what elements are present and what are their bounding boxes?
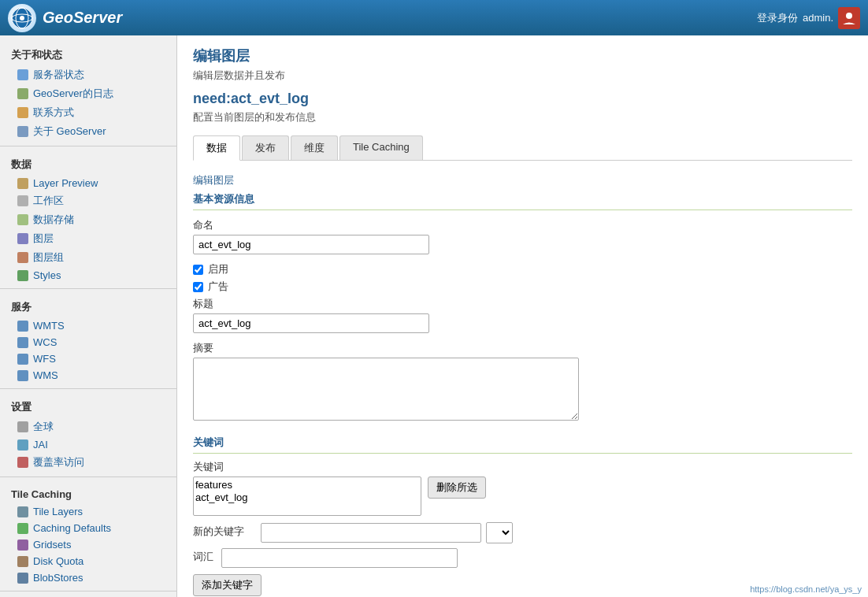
- username: admin.: [803, 12, 833, 24]
- vocab-input[interactable]: [221, 548, 458, 568]
- sidebar-divider: [0, 591, 176, 591]
- sidebar-divider: [0, 288, 176, 289]
- styles-icon: [17, 270, 28, 281]
- bottom-url: https://blog.csdn.net/ya_ys_y: [750, 584, 862, 594]
- layer-desc: 配置当前图层的和发布信息: [193, 110, 852, 124]
- sidebar-item-blobstores[interactable]: BlobStores: [0, 569, 176, 586]
- disk-quota-icon: [17, 556, 28, 567]
- blobstores-icon: [17, 573, 28, 584]
- sidebar-item-wcs[interactable]: WCS: [0, 334, 176, 350]
- svg-point-3: [20, 16, 24, 20]
- name-label: 命名: [193, 218, 852, 232]
- sidebar-divider: [0, 476, 176, 477]
- title-input[interactable]: [193, 313, 429, 333]
- wmts-icon: [17, 321, 28, 332]
- advert-row: 广告: [193, 280, 852, 294]
- sidebar-item-layer-preview[interactable]: Layer Preview: [0, 175, 176, 191]
- sidebar-item-wmts[interactable]: WMTS: [0, 317, 176, 334]
- sidebar-item-server-status[interactable]: 服务器状态: [0, 65, 176, 84]
- new-keyword-row: 新的关键字: [193, 522, 852, 543]
- tab-dimensions[interactable]: 维度: [291, 135, 338, 160]
- sidebar-item-about[interactable]: 关于 GeoServer: [0, 122, 176, 141]
- logo-area: GeoServer: [8, 4, 122, 32]
- sidebar-item-label-disk-quota: Disk Quota: [33, 555, 83, 567]
- sidebar-item-label-tile-layers: Tile Layers: [33, 506, 83, 517]
- name-input[interactable]: [193, 235, 429, 254]
- sidebar-item-label-styles: Styles: [33, 269, 61, 281]
- tab-bar: 数据发布维度Tile Caching: [193, 135, 852, 161]
- header: GeoServer 登录身份 admin.: [0, 0, 868, 35]
- advert-checkbox[interactable]: [193, 282, 203, 292]
- sidebar-item-label-layer-preview: Layer Preview: [33, 177, 98, 189]
- sidebar-section-title: 关于和状态: [0, 42, 176, 65]
- sidebar-item-wfs[interactable]: WFS: [0, 350, 176, 367]
- page-title: 编辑图层: [193, 46, 852, 65]
- user-avatar: [838, 7, 860, 29]
- enabled-label: 启用: [208, 262, 228, 276]
- sidebar-section-title: 设置: [0, 394, 176, 417]
- wms-icon: [17, 370, 28, 381]
- sidebar-item-label-about: 关于 GeoServer: [33, 124, 106, 139]
- sidebar-item-label-wms: WMS: [33, 369, 58, 381]
- sidebar-item-coverage-access[interactable]: 覆盖率访问: [0, 453, 176, 472]
- sidebar-item-workspaces[interactable]: 工作区: [0, 191, 176, 210]
- title-row: 标题: [193, 297, 852, 333]
- name-row: 命名: [193, 218, 852, 254]
- logo-text: GeoServer: [43, 9, 122, 27]
- sidebar-item-label-jai: JAI: [33, 439, 48, 451]
- keywords-label: 关键词: [193, 460, 852, 474]
- sidebar-item-contact[interactable]: 联系方式: [0, 103, 176, 122]
- sidebar-item-styles[interactable]: Styles: [0, 267, 176, 284]
- sidebar-item-label-wcs: WCS: [33, 336, 57, 348]
- layer-groups-icon: [17, 252, 28, 263]
- title-label: 标题: [193, 297, 852, 311]
- abstract-textarea[interactable]: [193, 358, 579, 421]
- sidebar-divider: [0, 388, 176, 389]
- sidebar-item-label-wfs: WFS: [33, 353, 56, 365]
- sidebar-item-jai[interactable]: JAI: [0, 436, 176, 453]
- vocab-label: 词汇: [193, 550, 217, 564]
- add-keyword-button[interactable]: 添加关键字: [193, 574, 262, 596]
- keyword-select[interactable]: featuresact_evt_log: [193, 476, 421, 516]
- wcs-icon: [17, 337, 28, 348]
- sidebar-item-wms[interactable]: WMS: [0, 367, 176, 384]
- wfs-icon: [17, 354, 28, 365]
- tab-publish[interactable]: 发布: [242, 135, 289, 160]
- sidebar-item-layers[interactable]: 图层: [0, 229, 176, 248]
- user-info: 登录身份 admin.: [757, 7, 860, 29]
- page-subtitle: 编辑层数据并且发布: [193, 69, 852, 83]
- svg-point-5: [846, 13, 852, 19]
- sidebar-item-gridsets[interactable]: Gridsets: [0, 536, 176, 553]
- sidebar-item-tile-layers[interactable]: Tile Layers: [0, 503, 176, 520]
- sidebar-item-global[interactable]: 全球: [0, 417, 176, 436]
- logo-icon: [8, 4, 36, 32]
- geoserver-log-icon: [17, 88, 28, 99]
- sidebar-item-label-wmts: WMTS: [33, 320, 65, 332]
- vocab-dropdown[interactable]: [486, 522, 513, 543]
- enabled-checkbox[interactable]: [193, 265, 203, 275]
- new-keyword-label: 新的关键字: [193, 525, 256, 539]
- tab-data[interactable]: 数据: [193, 135, 240, 161]
- sidebar-item-label-blobstores: BlobStores: [33, 572, 83, 584]
- server-status-icon: [17, 69, 28, 80]
- gridsets-icon: [17, 540, 28, 551]
- sidebar-item-label-gridsets: Gridsets: [33, 539, 71, 551]
- sidebar-item-disk-quota[interactable]: Disk Quota: [0, 553, 176, 569]
- sidebar-item-data-stores[interactable]: 数据存储: [0, 210, 176, 229]
- sidebar-section-title: Tile Caching: [0, 482, 176, 503]
- sidebar-section-title: 服务: [0, 294, 176, 317]
- layers-icon: [17, 233, 28, 244]
- breadcrumb-link[interactable]: 编辑图层: [193, 174, 234, 186]
- keyword-list-container: featuresact_evt_log 删除所选: [193, 476, 852, 516]
- sidebar-item-layer-groups[interactable]: 图层组: [0, 248, 176, 267]
- section-keywords: 关键词: [193, 436, 852, 454]
- sidebar-item-label-workspaces: 工作区: [33, 194, 64, 208]
- delete-keywords-button[interactable]: 删除所选: [428, 476, 486, 499]
- new-keyword-input[interactable]: [261, 523, 481, 543]
- sidebar-item-caching-defaults[interactable]: Caching Defaults: [0, 520, 176, 536]
- sidebar-item-label-geoserver-log: GeoServer的日志: [33, 87, 113, 101]
- sidebar-item-geoserver-log[interactable]: GeoServer的日志: [0, 84, 176, 103]
- coverage-access-icon: [17, 457, 28, 468]
- tab-tile-caching[interactable]: Tile Caching: [339, 135, 423, 160]
- sidebar-item-label-data-stores: 数据存储: [33, 213, 74, 227]
